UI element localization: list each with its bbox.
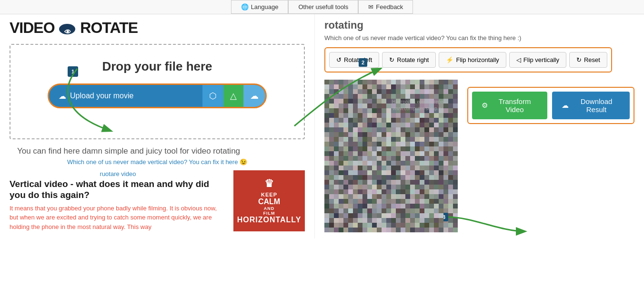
feedback-nav-item[interactable]: ✉ Feedback	[358, 0, 413, 14]
rotate-right-label: Rotate right	[397, 56, 429, 63]
gdrive-icon: △	[230, 91, 237, 101]
feedback-label: Feedback	[376, 3, 403, 10]
transform-button[interactable]: ⚙ Transform Video	[472, 92, 547, 119]
download-icon: ☁	[562, 101, 569, 110]
tagline-sub: Which one of us never made vertical vide…	[10, 158, 305, 166]
drop-zone[interactable]: 1 2 Drop	[10, 44, 305, 139]
logo-video: VIDEO	[10, 19, 55, 36]
tools-nav-item[interactable]: Other usefull tools	[288, 0, 358, 14]
article-body: It means that you grabbed your phone bad…	[10, 204, 226, 232]
video-preview-canvas	[324, 80, 458, 232]
logo-rotate: ROTATE	[80, 19, 138, 36]
rotate-right-button[interactable]: ↻ Rotate right	[382, 52, 436, 68]
reset-label: Reset	[584, 56, 600, 63]
upload-icon: ☁	[59, 92, 66, 101]
action-area: ⚙ Transform Video ☁ Download Result	[458, 80, 634, 126]
section-subtitle: Which one of us never made vertical vide…	[324, 34, 634, 42]
rotate-right-icon: ↻	[389, 56, 394, 63]
left-panel: VIDEO 👁 ROTATE 1	[0, 14, 314, 239]
section-title: rotating	[324, 19, 634, 31]
mail-icon: ✉	[368, 3, 373, 10]
kc-line1: KEEP	[261, 192, 277, 197]
upload-main-button[interactable]: ☁ Upload your movie	[49, 86, 202, 106]
download-label: Download Result	[573, 97, 620, 114]
cloud-icon: ☁	[250, 91, 259, 101]
article-title: Vertical video - what does it mean and w…	[10, 179, 226, 201]
lower-content: ruotare video Vertical video - what does…	[10, 170, 305, 231]
top-nav: 🌐 Language Other usefull tools ✉ Feedbac…	[0, 0, 644, 14]
upload-cloud-button[interactable]: ☁	[243, 85, 265, 107]
language-nav-item[interactable]: 🌐 Language	[231, 0, 289, 14]
keep-calm-box: ♛ KEEP CALM AND FILM HORIZONTALLY	[233, 170, 305, 231]
flip-horizontal-button[interactable]: ⚡ Flip horizontally	[439, 52, 506, 68]
upload-area[interactable]: ☁ Upload your movie ⬡ △ ☁	[48, 83, 267, 108]
kc-line2: CALM	[258, 197, 280, 206]
upload-label: Upload your movie	[70, 92, 133, 100]
rotate-left-label: Rotate left	[344, 56, 372, 63]
logo-eye-icon: 👁	[64, 28, 70, 36]
step-badge-1: 1	[68, 66, 78, 77]
upload-gdrive-button[interactable]: △	[223, 85, 243, 107]
rotation-buttons-container: ↺ Rotate left ↻ Rotate right ⚡ Flip hori…	[324, 47, 612, 73]
reset-icon: ↻	[576, 56, 582, 63]
main-layout: VIDEO 👁 ROTATE 1	[0, 14, 644, 239]
language-label: Language	[251, 3, 279, 10]
globe-icon: 🌐	[241, 3, 249, 10]
ruotare-label: ruotare video	[10, 170, 226, 177]
rotate-left-icon: ↺	[336, 56, 342, 63]
action-buttons-container: ⚙ Transform Video ☁ Download Result	[467, 87, 634, 124]
right-panel: rotating Which one of us never made vert…	[314, 14, 644, 239]
kc-line3: AND	[264, 206, 275, 211]
tools-label: Other usefull tools	[298, 3, 348, 10]
flip-v-label: Flip vertically	[523, 56, 559, 63]
dropbox-icon: ⬡	[209, 91, 217, 101]
kc-line4: FILM	[263, 211, 275, 216]
article-section: ruotare video Vertical video - what does…	[10, 170, 226, 231]
flip-v-icon: ◁	[516, 56, 521, 63]
logo-text: VIDEO 👁 ROTATE	[10, 19, 138, 37]
preview-container: 3 Настройка компьютера www.computer-setu…	[324, 80, 634, 234]
drop-text: Drop your file here	[20, 59, 294, 74]
kc-line5: HORIZONTALLY	[237, 216, 302, 224]
flip-h-label: Flip horizontally	[456, 56, 499, 63]
video-preview-wrapper: Настройка компьютера www.computer-setup.…	[324, 80, 458, 234]
flip-h-icon: ⚡	[446, 56, 453, 63]
reset-button[interactable]: ↻ Reset	[569, 52, 607, 68]
download-button[interactable]: ☁ Download Result	[552, 92, 630, 119]
logo: VIDEO 👁 ROTATE	[10, 19, 305, 37]
transform-label: Transform Video	[492, 97, 538, 114]
rotate-left-button[interactable]: ↺ Rotate left	[329, 52, 379, 68]
flip-vertical-button[interactable]: ◁ Flip vertically	[509, 52, 566, 68]
crown-icon: ♛	[264, 177, 274, 190]
gear-icon: ⚙	[482, 101, 488, 110]
upload-dropbox-button[interactable]: ⬡	[202, 85, 223, 107]
tagline-main: You can find here damn simple and juicy …	[10, 146, 248, 156]
